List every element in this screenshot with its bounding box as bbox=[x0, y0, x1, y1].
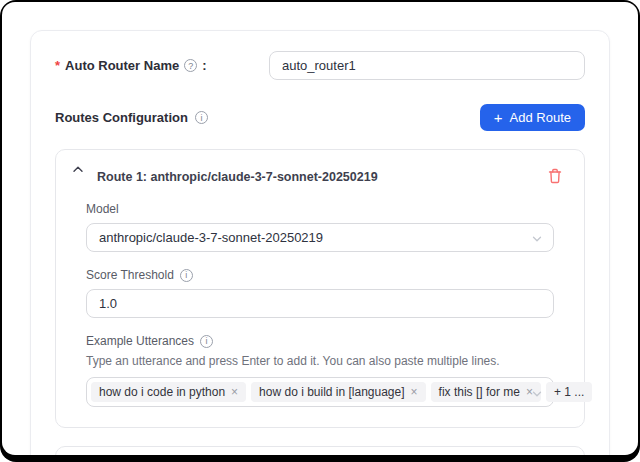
route-1-header[interactable]: Route 1: anthropic/claude-3-7-sonnet-202… bbox=[72, 163, 568, 184]
auto-router-name-input[interactable] bbox=[269, 51, 585, 80]
chevron-down-icon bbox=[531, 233, 543, 245]
auto-router-name-label-text: Auto Router Name bbox=[65, 58, 179, 73]
utterance-tag-text: fix this [] for me bbox=[439, 385, 520, 399]
window-frame: * Auto Router Name ? : Routes Configurat… bbox=[0, 0, 640, 462]
delete-route-1-button[interactable] bbox=[548, 168, 562, 184]
score-threshold-input[interactable] bbox=[86, 289, 554, 318]
model-label-text: Model bbox=[86, 202, 119, 216]
model-field: Model anthropic/claude-3-7-sonnet-202502… bbox=[86, 202, 554, 252]
chevron-down-icon bbox=[531, 388, 543, 400]
add-route-button[interactable]: + Add Route bbox=[480, 104, 585, 131]
routes-configuration-label: Routes Configuration i bbox=[55, 110, 209, 125]
utterance-overflow-tag[interactable]: + 1 ... bbox=[546, 382, 592, 402]
utterance-tag: how do i build in [language] × bbox=[251, 382, 425, 402]
trash-icon bbox=[548, 168, 562, 184]
utterance-tag-text: how do i build in [language] bbox=[259, 385, 404, 399]
utterance-tag-text: how do i code in python bbox=[99, 385, 225, 399]
example-utterances-label-text: Example Utterances bbox=[86, 334, 194, 348]
route-panel-1: Route 1: anthropic/claude-3-7-sonnet-202… bbox=[55, 149, 585, 428]
plus-icon: + bbox=[494, 109, 503, 126]
routes-configuration-header: Routes Configuration i + Add Route bbox=[55, 104, 585, 131]
model-select-value: anthropic/claude-3-7-sonnet-20250219 bbox=[99, 230, 323, 245]
route-1-title: Route 1: anthropic/claude-3-7-sonnet-202… bbox=[97, 170, 548, 184]
auto-router-name-row: * Auto Router Name ? : bbox=[55, 51, 585, 80]
utterance-tag: fix this [] for me × bbox=[431, 382, 541, 402]
score-threshold-label-text: Score Threshold bbox=[86, 268, 174, 282]
add-route-button-label: Add Route bbox=[510, 110, 571, 125]
score-threshold-label: Score Threshold i bbox=[86, 268, 554, 282]
auto-router-form-card: * Auto Router Name ? : Routes Configurat… bbox=[30, 30, 610, 455]
tag-close-icon[interactable]: × bbox=[231, 385, 238, 399]
info-circle-icon[interactable]: i bbox=[195, 111, 208, 124]
route-1-body: Model anthropic/claude-3-7-sonnet-202502… bbox=[72, 184, 568, 407]
utterances-tags-input[interactable]: how do i code in python × how do i build… bbox=[86, 377, 554, 407]
score-threshold-field: Score Threshold i bbox=[86, 268, 554, 318]
example-utterances-field: Example Utterances i Type an utterance a… bbox=[86, 334, 554, 407]
tag-close-icon[interactable]: × bbox=[411, 385, 418, 399]
model-select[interactable]: anthropic/claude-3-7-sonnet-20250219 bbox=[86, 223, 554, 252]
model-label: Model bbox=[86, 202, 554, 216]
utterances-helper-text: Type an utterance and press Enter to add… bbox=[86, 354, 554, 368]
info-circle-icon[interactable]: i bbox=[200, 335, 213, 348]
collapse-chevron-up-icon[interactable] bbox=[72, 164, 84, 174]
required-asterisk: * bbox=[55, 58, 60, 73]
auto-router-name-label: * Auto Router Name ? : bbox=[55, 58, 269, 73]
routes-configuration-label-text: Routes Configuration bbox=[55, 110, 188, 125]
label-colon: : bbox=[202, 58, 206, 73]
page: * Auto Router Name ? : Routes Configurat… bbox=[2, 2, 638, 455]
info-circle-icon[interactable]: i bbox=[180, 269, 193, 282]
question-circle-icon[interactable]: ? bbox=[184, 59, 197, 72]
utterance-tag: how do i code in python × bbox=[91, 382, 246, 402]
route-panel-2: Route 2: azure_ai/gpt-4o bbox=[55, 446, 585, 455]
example-utterances-label: Example Utterances i bbox=[86, 334, 554, 348]
